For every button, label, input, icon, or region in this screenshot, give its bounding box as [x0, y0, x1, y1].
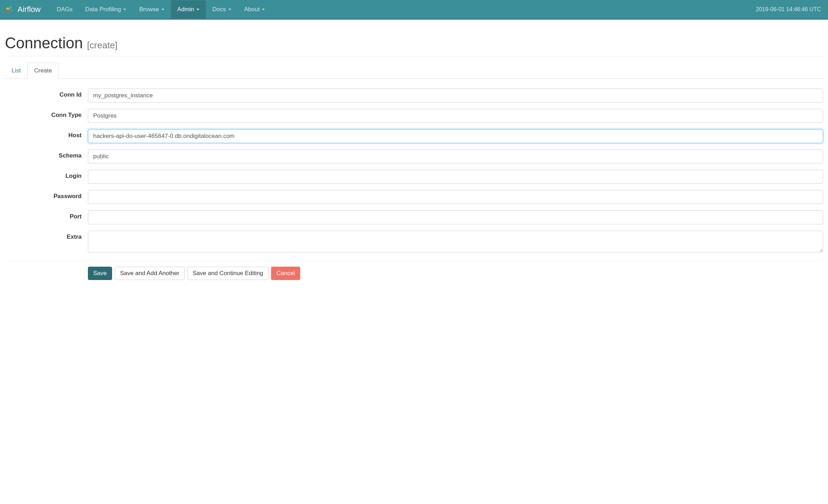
tabs: List Create [5, 63, 823, 79]
label-schema: Schema [5, 149, 88, 159]
chevron-down-icon [228, 6, 232, 13]
brand-link[interactable]: Airflow [5, 5, 41, 14]
label-host: Host [5, 129, 88, 139]
form-group-conn-type: Conn Type [5, 109, 823, 123]
input-extra[interactable] [88, 231, 823, 252]
tab-list[interactable]: List [5, 63, 27, 79]
navbar: Airflow DAGs Data Profiling Browse Admin… [0, 0, 828, 20]
form-group-schema: Schema [5, 149, 823, 163]
nav-data-profiling[interactable]: Data Profiling [79, 0, 133, 19]
page-subtitle: [create] [87, 40, 118, 51]
timestamp-display: 2019-06-01 14:46:46 UTC [756, 6, 823, 13]
label-login: Login [5, 170, 88, 180]
label-port: Port [5, 210, 88, 220]
input-host[interactable] [88, 129, 823, 143]
form-group-password: Password [5, 190, 823, 204]
nav-browse[interactable]: Browse [133, 0, 171, 19]
page-header: Connection [create] [5, 34, 823, 56]
label-conn-type: Conn Type [5, 109, 88, 119]
page-title: Connection [5, 34, 83, 52]
cancel-button[interactable]: Cancel [271, 267, 300, 280]
chevron-down-icon [161, 6, 165, 13]
nav-about[interactable]: About [238, 0, 271, 19]
chevron-down-icon [123, 6, 126, 13]
input-password[interactable] [88, 190, 823, 204]
nav-dags[interactable]: DAGs [50, 0, 79, 19]
label-password: Password [5, 190, 88, 200]
save-continue-button[interactable]: Save and Continue Editing [187, 267, 268, 280]
input-schema[interactable] [88, 149, 823, 163]
save-button[interactable]: Save [88, 267, 112, 280]
airflow-logo-icon [5, 5, 15, 14]
input-login[interactable] [88, 170, 823, 184]
connection-form: Conn Id Conn Type Host Schema Login [5, 89, 823, 280]
form-actions: Save Save and Add Another Save and Conti… [5, 260, 823, 280]
form-group-port: Port [5, 210, 823, 224]
chevron-down-icon [196, 6, 200, 13]
tab-create[interactable]: Create [27, 63, 58, 79]
nav-admin[interactable]: Admin [171, 0, 206, 19]
nav-docs[interactable]: Docs [206, 0, 238, 19]
input-conn-id[interactable] [88, 89, 823, 103]
label-extra: Extra [5, 231, 88, 240]
form-group-login: Login [5, 170, 823, 184]
save-add-another-button[interactable]: Save and Add Another [115, 267, 185, 280]
input-port[interactable] [88, 210, 823, 224]
input-conn-type[interactable] [88, 109, 823, 123]
brand-text: Airflow [18, 5, 41, 14]
label-conn-id: Conn Id [5, 89, 88, 98]
nav-items: DAGs Data Profiling Browse Admin Docs Ab… [50, 0, 756, 19]
form-group-host: Host [5, 129, 823, 143]
main-container: Connection [create] List Create Conn Id … [0, 20, 828, 285]
chevron-down-icon [262, 6, 265, 13]
form-group-extra: Extra [5, 231, 823, 254]
form-group-conn-id: Conn Id [5, 89, 823, 103]
